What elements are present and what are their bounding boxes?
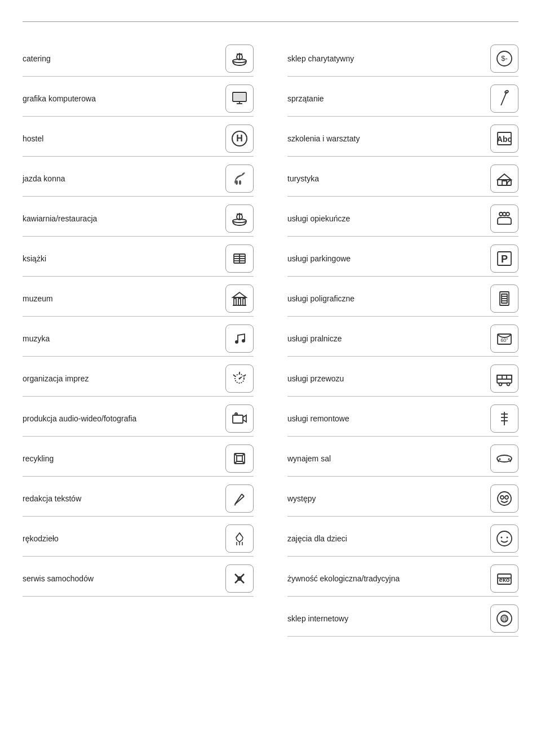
icon-item: żywność ekologiczna/tradycyjna eko [287, 559, 518, 597]
icon-item: usługi opiekuńcze [287, 199, 518, 237]
recycle-icon [225, 444, 254, 473]
icon-item: jazda konna [23, 159, 254, 197]
catering-icon [225, 45, 254, 73]
crafts-icon [225, 524, 254, 553]
left-column: catering grafika komputerowa hostel H ja… [23, 39, 270, 639]
icon-label: usługi poligraficzne [287, 294, 354, 303]
printing-icon [490, 284, 518, 313]
icon-label: grafika komputerowa [23, 94, 96, 103]
icon-label: wynajem sal [287, 454, 331, 463]
icon-label: kawiarnia/restauracja [23, 214, 97, 223]
svg-line-93 [498, 460, 499, 462]
icon-label: muzeum [23, 294, 53, 303]
icon-label: usługi opiekuńcze [287, 214, 350, 223]
icon-legend-columns: catering grafika komputerowa hostel H ja… [23, 39, 518, 639]
online-icon: @ [490, 604, 518, 633]
svg-point-97 [505, 496, 508, 499]
icon-item: rękodzieło [23, 519, 254, 557]
svg-point-92 [508, 459, 510, 460]
laundry-icon: 60° [490, 324, 518, 353]
icon-item: grafika komputerowa [23, 79, 254, 117]
transport-icon [490, 364, 518, 393]
horse-icon [225, 164, 254, 193]
training-icon: Abc [490, 124, 518, 153]
svg-text:eko: eko [499, 576, 510, 583]
tourism-icon [490, 164, 518, 193]
svg-point-66 [499, 212, 503, 216]
svg-rect-38 [233, 415, 243, 423]
books-icon [225, 244, 254, 273]
svg-line-34 [244, 375, 246, 376]
icon-label: sklep internetowy [287, 614, 348, 623]
icon-item: catering [23, 39, 254, 77]
svg-rect-43 [237, 456, 242, 461]
cleaning-icon [490, 85, 518, 113]
svg-point-11 [239, 180, 241, 185]
icon-item: recykling [23, 439, 254, 477]
icon-label: turystyka [287, 174, 319, 183]
svg-text:$-: $- [501, 54, 508, 63]
title-divider [23, 21, 518, 22]
icon-item: kawiarnia/restauracja [23, 199, 254, 237]
editing-icon [225, 484, 254, 513]
children-icon [490, 524, 518, 553]
svg-line-35 [233, 375, 235, 376]
icon-label: występy [287, 494, 316, 503]
icon-item: usługi przewozu [287, 359, 518, 397]
icon-label: sklep charytatywny [287, 54, 354, 63]
svg-rect-7 [234, 94, 245, 100]
icon-item: organizacja imprez [23, 359, 254, 397]
svg-rect-65 [502, 181, 507, 185]
svg-point-31 [242, 339, 245, 343]
icon-label: muzyka [23, 334, 50, 343]
carservice-icon [225, 564, 254, 593]
icon-label: książki [23, 254, 46, 263]
icon-label: jazda konna [23, 174, 65, 183]
icon-label: usługi pralnicze [287, 334, 342, 343]
svg-point-100 [507, 537, 508, 539]
icon-item: wynajem sal [287, 439, 518, 477]
icon-item: produkcja audio-wideo/fotografia [23, 399, 254, 437]
svg-point-91 [499, 459, 501, 460]
parking-icon: P [490, 244, 518, 273]
computer-icon [225, 85, 254, 113]
icon-item: muzyka [23, 319, 254, 357]
icon-item: sprzątanie [287, 79, 518, 117]
icon-item: występy [287, 479, 518, 517]
icon-item: usługi parkingowe P [287, 239, 518, 277]
icon-item: sklep internetowy @ [287, 599, 518, 637]
svg-point-82 [507, 383, 510, 386]
icon-item: usługi remontowe [287, 399, 518, 437]
icon-item: zajęcia dla dzieci [287, 519, 518, 557]
icon-label: zajęcia dla dzieci [287, 534, 347, 543]
roomrental-icon [490, 444, 518, 473]
icon-item: turystyka [287, 159, 518, 197]
icon-label: rękodzieło [23, 534, 59, 543]
icon-label: recykling [23, 454, 54, 463]
svg-point-10 [236, 180, 238, 185]
svg-point-99 [501, 537, 503, 539]
eco-icon: eko [490, 564, 518, 593]
video-icon [225, 404, 254, 433]
icon-item: szkolenia i warsztaty Abc [287, 119, 518, 157]
icon-label: sprzątanie [287, 94, 324, 103]
icon-item: usługi poligraficzne [287, 279, 518, 317]
charity-icon: $- [490, 45, 518, 73]
icon-item: hostel H [23, 119, 254, 157]
svg-point-95 [498, 492, 511, 505]
svg-text:P: P [501, 254, 508, 265]
svg-marker-64 [498, 174, 511, 180]
icon-label: serwis samochodów [23, 574, 94, 583]
svg-text:@: @ [502, 616, 507, 622]
icon-item: serwis samochodów [23, 559, 254, 597]
svg-point-68 [503, 212, 506, 216]
icon-item: książki [23, 239, 254, 277]
right-column: sklep charytatywny $- sprzątanie szkolen… [270, 39, 518, 639]
icon-label: redakcja tekstów [23, 494, 81, 503]
performance-icon [490, 484, 518, 513]
svg-point-81 [499, 383, 502, 386]
svg-text:60°: 60° [500, 337, 508, 343]
hostel-icon: H [225, 124, 254, 153]
svg-rect-25 [234, 299, 236, 305]
svg-point-30 [235, 340, 238, 344]
